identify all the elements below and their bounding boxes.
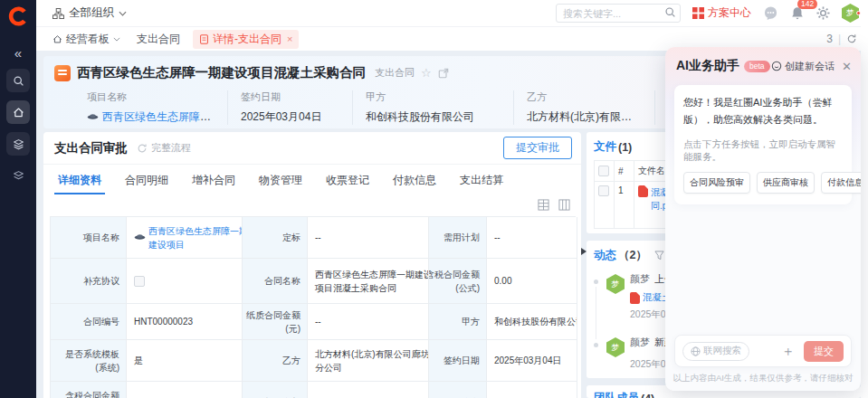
- field-label: 含税合同金额 (公式): [429, 259, 487, 304]
- detail-table: 项目名称 西青区绿色生态屏障一期 建设项目 定标 -- 需用计划 -- 补充协议…: [50, 216, 576, 398]
- web-search-toggle[interactable]: 联网搜索: [682, 342, 749, 361]
- columns-view-icon[interactable]: [558, 199, 570, 211]
- settings-button[interactable]: [816, 6, 830, 20]
- gear-icon: [816, 6, 830, 20]
- action-contract-risk-review[interactable]: 合同风险预审: [683, 172, 750, 194]
- party-a-link[interactable]: 和创科技股份有限公司: [366, 109, 501, 125]
- activity-user[interactable]: 颜梦: [630, 336, 650, 347]
- brand-logo-icon: [0, 0, 36, 33]
- tab-settlement[interactable]: 支出结算: [460, 166, 503, 194]
- field-label: 合同名称: [243, 259, 308, 304]
- tab-supplement[interactable]: 增补合同: [192, 166, 235, 194]
- solution-center-button[interactable]: 方案中心: [692, 5, 751, 21]
- chevron-down-icon: [113, 37, 120, 42]
- select-all-checkbox[interactable]: [598, 166, 609, 176]
- global-search-input[interactable]: [556, 4, 681, 23]
- field-value: 是: [127, 340, 243, 382]
- field-value: --: [308, 217, 429, 259]
- supplement-checkbox[interactable]: [134, 276, 145, 287]
- tab-expense-contract[interactable]: 支出合同: [137, 32, 180, 47]
- activity-count: （2）: [618, 248, 647, 263]
- org-label: 全部组织: [69, 5, 114, 21]
- favorite-star-icon[interactable]: ☆: [421, 66, 432, 80]
- party-b-link[interactable]: 北方材料(北京)有限公司廊坊分公司: [527, 109, 642, 125]
- org-switcher[interactable]: 全部组织: [52, 5, 127, 21]
- solution-grid-icon: [692, 7, 704, 19]
- project-link[interactable]: 西青区绿色生态屏障一期 建设项目: [148, 224, 243, 251]
- app-window: « 全部组织 方案中心: [0, 0, 868, 398]
- flow-icon: [137, 143, 148, 154]
- org-tree-icon: [52, 8, 64, 19]
- sidebar-modules-icon[interactable]: [6, 132, 30, 156]
- ai-input-bar[interactable]: 联网搜索 ＋ 提交: [674, 335, 852, 367]
- sidebar: «: [0, 0, 36, 398]
- user-avatar[interactable]: 梦: [842, 4, 859, 23]
- solution-center-label: 方案中心: [708, 5, 751, 21]
- page-title: 西青区绿色生态屏障一期建设项目混凝土采购合同: [77, 64, 366, 81]
- field-label: 税率: [429, 382, 487, 398]
- section-title: 支出合同审批: [54, 140, 128, 156]
- web-search-label: 联网搜索: [703, 345, 741, 357]
- party-b-link[interactable]: 北方材料(北京)有限公司廊坊 分公司: [308, 340, 429, 382]
- tab-contract-items[interactable]: 合同明细: [125, 166, 168, 194]
- tab-payment[interactable]: 付款信息: [393, 166, 436, 194]
- document-icon: [199, 34, 209, 44]
- filter-icon[interactable]: [654, 251, 664, 261]
- refresh-icon[interactable]: [846, 33, 857, 44]
- external-link-icon[interactable]: [438, 68, 449, 79]
- tab-dashboard[interactable]: 经营看板: [52, 32, 120, 47]
- sidebar-apps-icon[interactable]: [6, 164, 30, 187]
- tab-materials[interactable]: 物资管理: [259, 166, 302, 194]
- row-checkbox[interactable]: [598, 185, 609, 196]
- ai-greeting: 您好！我是红圈AI业务助手（尝鲜版），助您高效解决各类问题。: [683, 94, 843, 128]
- notifications-button[interactable]: 142: [790, 5, 805, 21]
- header-field-project: 项目名称 西青区绿色生态屏障一期建设项目: [87, 90, 228, 125]
- field-label: 纸质合同金额 (元): [243, 304, 308, 340]
- search-icon[interactable]: [664, 6, 676, 21]
- field-value: 2025年03月04日: [241, 109, 339, 125]
- field-label: 含税合同金额 (元): [51, 382, 127, 398]
- window-frame: [861, 0, 868, 398]
- ai-assistant-panel: AI业务助手 beta 创建新会话 ✕ 您好！我是红圈AI业务助手（尝鲜版），助…: [665, 47, 861, 391]
- global-search: [556, 4, 681, 23]
- sidebar-home-icon[interactable]: [6, 100, 30, 124]
- submit-approval-button[interactable]: 提交审批: [503, 137, 572, 159]
- field-label: 签约日期: [429, 340, 487, 382]
- tab-contract-detail[interactable]: 详情-支出合同 ×: [193, 30, 299, 49]
- activity-title: 动态: [594, 248, 616, 263]
- sidebar-collapse-icon[interactable]: «: [0, 45, 36, 61]
- new-session-button[interactable]: 创建新会话: [771, 60, 835, 73]
- files-title: 文件: [594, 139, 616, 155]
- project-link[interactable]: 西青区绿色生态屏障一期建设项目: [102, 110, 215, 123]
- panel-collapse-toggle-icon[interactable]: [581, 248, 590, 255]
- messages-button[interactable]: [763, 5, 778, 21]
- action-payment-info-check[interactable]: 付款信息比对: [821, 172, 861, 194]
- full-flow-link[interactable]: 完整流程: [137, 141, 191, 155]
- field-label: 是否系统模板 (系统): [51, 340, 127, 382]
- sidebar-search-icon[interactable]: [6, 69, 30, 92]
- add-attachment-icon[interactable]: ＋: [781, 343, 795, 360]
- close-icon[interactable]: ✕: [842, 60, 852, 73]
- action-supplier-audit[interactable]: 供应商审核: [757, 172, 815, 194]
- new-session-label: 创建新会话: [785, 60, 835, 73]
- field-label: 项目名称: [87, 90, 215, 104]
- avatar: 梦: [606, 337, 625, 357]
- activity-user[interactable]: 颜梦: [630, 273, 650, 284]
- tab-detail-info[interactable]: 详细资料: [58, 166, 101, 194]
- close-tab-icon[interactable]: ×: [287, 33, 292, 44]
- header-field-sign-date: 签约日期 2025年03月04日: [241, 90, 353, 125]
- field-value: 3.00%: [487, 382, 577, 398]
- tab-invoice[interactable]: 收票登记: [326, 166, 369, 194]
- field-label: 项目名称: [51, 217, 127, 259]
- avatar: 梦: [606, 274, 625, 294]
- ai-panel-title: AI业务助手: [676, 58, 739, 74]
- ai-submit-button[interactable]: 提交: [804, 341, 844, 362]
- divider: |: [838, 33, 841, 45]
- contract-type-label: 支出合同: [375, 66, 415, 80]
- field-value: 2025年03月04日: [487, 340, 577, 382]
- table-view-icon[interactable]: [538, 199, 549, 211]
- pdf-icon: [638, 185, 648, 197]
- timeline-dot: [594, 343, 598, 347]
- field-label: 定标: [243, 217, 308, 259]
- party-a-link[interactable]: 和创科技股份有限公司: [487, 304, 577, 340]
